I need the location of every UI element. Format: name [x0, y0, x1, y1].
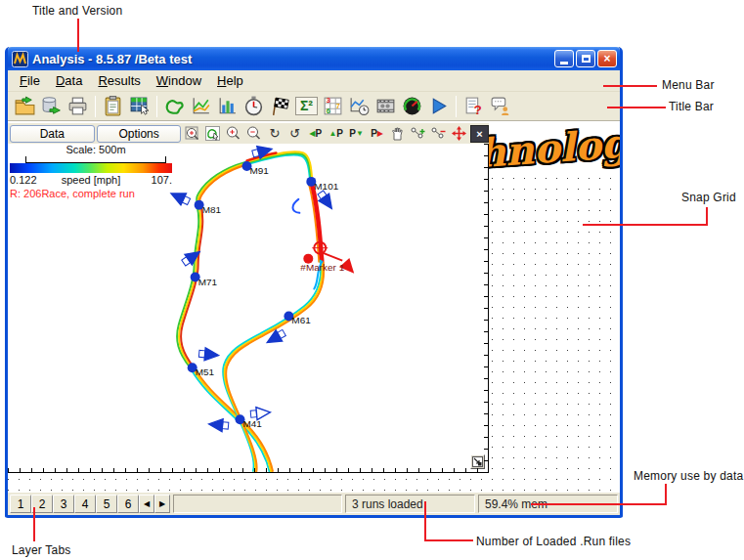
page: Title and Version Menu Bar Title Bar Sna…: [0, 0, 744, 560]
statistics-button[interactable]: Σ²: [293, 93, 320, 119]
menu-item-file[interactable]: File: [12, 71, 48, 90]
map-marker-m51[interactable]: M51: [188, 348, 219, 377]
map-marker-m71[interactable]: M71: [182, 246, 218, 286]
gauge-button[interactable]: [399, 93, 425, 119]
svg-text:7: 7: [336, 102, 340, 110]
menu-item-results[interactable]: Results: [90, 71, 148, 90]
select-track-button[interactable]: [203, 125, 222, 143]
map-ruler-x: [8, 468, 488, 472]
tab-data[interactable]: Data: [10, 125, 95, 143]
print-button[interactable]: [65, 93, 91, 119]
scale-label: Scale: 500m: [66, 144, 125, 155]
special-marker[interactable]: #Marker 1: [300, 240, 359, 279]
legend-label: speed [mph]: [10, 174, 172, 186]
toolbar-separator: [156, 96, 157, 117]
zoom-out-icon: [245, 125, 262, 142]
help-doc-button[interactable]: ?: [460, 93, 487, 119]
svg-text:?: ?: [474, 103, 482, 117]
database-icon: [40, 95, 63, 117]
annotation-run-files: Number of Loaded .Run files: [476, 535, 631, 548]
open-run-file-button[interactable]: [12, 93, 38, 119]
layer-tab-6[interactable]: 6: [117, 495, 139, 513]
toolbar-separator: [95, 96, 96, 117]
scroll-left-icon: ◀: [144, 499, 150, 508]
sigma-squared-icon: Σ²: [295, 97, 318, 115]
layer-tab-2[interactable]: 2: [31, 495, 53, 513]
map-view[interactable]: M91M101M81M71M61M51M41#Marker 1 Scale: 5…: [8, 144, 489, 473]
copy-clipboard-button[interactable]: [100, 93, 126, 119]
layer-tab-3[interactable]: 3: [53, 495, 74, 513]
markers-layer: M91M101M81M71M61M51M41#Marker 1: [168, 144, 359, 432]
menu-item-data[interactable]: Data: [48, 71, 90, 90]
zoom-out-button[interactable]: [244, 125, 263, 143]
layer-tab-1[interactable]: 1: [10, 495, 31, 513]
graph-clock-icon: [348, 95, 371, 117]
finish-flag-button[interactable]: [267, 93, 293, 119]
marker-first-button[interactable]: ◀P: [306, 125, 325, 143]
close-map-button[interactable]: ×: [470, 125, 489, 143]
map-marker-m41[interactable]: M41: [208, 407, 271, 432]
video-button[interactable]: [372, 93, 399, 119]
zoom-in-button[interactable]: [224, 125, 242, 143]
pan-button[interactable]: [388, 125, 407, 143]
run-replay-button[interactable]: [425, 93, 452, 119]
zoom-region-button[interactable]: [183, 125, 201, 143]
results-table-button[interactable]: [126, 93, 153, 119]
track-map-button[interactable]: [161, 93, 188, 119]
xy-table-icon: [128, 95, 151, 117]
close-button[interactable]: ×: [597, 50, 617, 67]
remove-point-button[interactable]: [429, 125, 448, 143]
checkered-flag-icon: [269, 95, 291, 117]
tab-scroll-right-button[interactable]: ▶: [154, 495, 170, 513]
map-marker-m81[interactable]: M81: [168, 188, 221, 215]
annotation-snap-grid: Snap Grid: [681, 191, 736, 204]
histogram-button[interactable]: [214, 93, 241, 119]
rotate-cw-button[interactable]: ↻: [265, 125, 284, 143]
rotate-ccw-icon: ↺: [289, 127, 300, 140]
lap-times-grid-icon: 3 6 7: [322, 95, 344, 117]
window-title: Analysis - 8.5.87 /Beta test: [32, 52, 552, 66]
layer-tab-5[interactable]: 5: [96, 495, 117, 513]
chat-person-icon: [489, 95, 511, 117]
annotation-menu-bar: Menu Bar: [662, 78, 715, 92]
maximize-button[interactable]: [576, 50, 595, 67]
track-outline-icon: [163, 95, 186, 117]
marker-up-button[interactable]: ▲P: [327, 125, 345, 143]
title-bar[interactable]: Analysis - 8.5.87 /Beta test ×: [8, 47, 620, 70]
legend-max: 107.: [152, 174, 172, 186]
svg-text:M101: M101: [314, 181, 338, 192]
menu-bar: FileDataResultsWindowHelp: [8, 70, 620, 92]
svg-text:M81: M81: [202, 204, 222, 215]
tab-options[interactable]: Options: [97, 125, 182, 143]
menu-item-help[interactable]: Help: [209, 71, 251, 90]
rotate-ccw-button[interactable]: ↺: [285, 125, 304, 143]
marker-next-button[interactable]: P▶: [368, 125, 386, 143]
tab-scroll-left-button[interactable]: ◀: [139, 495, 154, 513]
main-toolbar: Σ² 3 6 7: [8, 92, 620, 121]
time-graph-button[interactable]: [346, 93, 372, 119]
clipboard-icon: [102, 95, 124, 117]
svg-text:M61: M61: [291, 315, 311, 325]
minimize-icon: [560, 62, 568, 65]
stopwatch-icon: [242, 95, 265, 117]
layer-tab-4[interactable]: 4: [74, 495, 96, 513]
minimize-button[interactable]: [554, 50, 574, 67]
svg-text:M71: M71: [198, 277, 218, 287]
svg-text:M91: M91: [249, 165, 269, 176]
lap-timer-button[interactable]: [241, 93, 267, 119]
lap-grid-button[interactable]: 3 6 7: [320, 93, 346, 119]
xy-graph-button[interactable]: [188, 93, 214, 119]
rotate-cw-icon: ↻: [269, 127, 280, 140]
move-marker-button[interactable]: [450, 125, 468, 143]
support-chat-button[interactable]: [487, 93, 513, 119]
app-icon: [12, 51, 28, 67]
map-corner-resize-button[interactable]: [470, 454, 485, 469]
marker-down-button[interactable]: P▼: [347, 125, 366, 143]
load-data-button[interactable]: [38, 93, 65, 119]
map-scale: Scale: 500m: [18, 144, 174, 163]
close-icon: ×: [603, 52, 610, 65]
bar-chart-icon: [216, 95, 239, 117]
add-point-button[interactable]: [409, 125, 427, 143]
menu-item-window[interactable]: Window: [149, 71, 209, 90]
race-technology-logo: hnology: [477, 121, 620, 177]
